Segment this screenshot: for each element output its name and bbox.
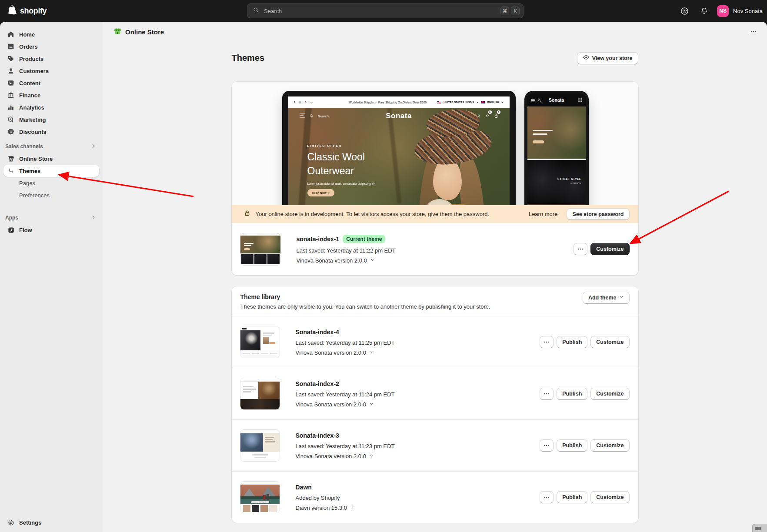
decor <box>244 245 251 246</box>
decor <box>240 253 280 265</box>
caret-down-icon <box>477 102 478 103</box>
sidebar-item-label: Products <box>19 56 43 62</box>
theme-more-button[interactable] <box>540 491 554 503</box>
decor <box>263 332 274 334</box>
sidebar-item-label: Pages <box>19 180 35 186</box>
online-store-channel-icon <box>113 27 122 37</box>
theme-version-selector[interactable]: Vinova Sonata version 2.0.0 <box>296 453 395 459</box>
current-theme-thumbnail <box>240 233 280 265</box>
decor <box>242 328 247 329</box>
shopify-logo[interactable]: shopify <box>7 4 47 17</box>
chevron-down-icon <box>619 295 624 301</box>
sidebar-item-label: Content <box>19 80 40 86</box>
customize-button[interactable]: Customize <box>590 336 629 348</box>
theme-name: Sonata-index-2 <box>296 380 395 387</box>
chevron-down-icon <box>369 401 374 408</box>
decor <box>244 243 253 244</box>
search-input[interactable] <box>263 7 499 15</box>
sidebar-item-themes[interactable]: Themes <box>3 165 99 177</box>
theme-thumbnail <box>240 430 280 461</box>
sidebar-item-home[interactable]: Home <box>3 28 99 40</box>
page-header: Online Store <box>103 22 767 42</box>
sidebar-item-label: Themes <box>19 168 40 174</box>
theme-thumbnail <box>240 378 280 409</box>
dawn-thumb-caption: Browse our latest products <box>251 501 269 503</box>
decor <box>258 382 280 399</box>
spacer <box>7 179 15 187</box>
theme-version-selector[interactable]: Vinova Sonata version 2.0.0 <box>296 349 395 356</box>
sidebar-item-orders[interactable]: Orders <box>3 40 99 53</box>
see-store-password-button[interactable]: See store password <box>567 208 629 220</box>
publish-button[interactable]: Publish <box>557 439 587 452</box>
mobile-store-header: Sonata <box>527 93 586 106</box>
home-icon <box>7 30 15 38</box>
publish-button[interactable]: Publish <box>557 336 587 348</box>
sidebar-item-label: Finance <box>19 92 40 99</box>
sidebar-item-products[interactable]: Products <box>3 53 99 65</box>
street-style-label: STREET STYLE <box>557 177 581 180</box>
page-more-actions-icon[interactable] <box>747 25 760 38</box>
current-theme-version-label: Vinova Sonata version 2.0.0 <box>297 257 367 264</box>
chevron-down-icon <box>369 349 374 356</box>
chevron-down-icon <box>350 505 355 511</box>
sidekick-icon[interactable] <box>678 4 691 17</box>
sidebar-item-content[interactable]: Content <box>3 77 99 89</box>
cart-count: 0 <box>497 110 500 114</box>
gear-icon <box>7 519 15 526</box>
customize-button[interactable]: Customize <box>590 439 629 452</box>
theme-row-sonata-index-2: Sonata-index-2 Last saved: Yesterday at … <box>232 368 638 419</box>
cmd-key: ⌘ <box>500 7 509 15</box>
global-search[interactable]: ⌘ K <box>247 3 524 18</box>
sidebar-item-label: Preferences <box>19 192 50 199</box>
publish-button[interactable]: Publish <box>557 491 587 503</box>
theme-thumbnail <box>240 326 280 358</box>
theme-more-button[interactable] <box>540 439 554 452</box>
theme-more-button[interactable] <box>540 336 554 348</box>
avatar[interactable]: NS <box>717 5 729 17</box>
decor <box>243 391 251 392</box>
theme-more-button[interactable] <box>540 388 554 400</box>
hero-eyebrow: LIMITED OFFER <box>307 144 375 147</box>
user-name[interactable]: Nov Sonata <box>733 8 763 14</box>
sidebar-item-analytics[interactable]: Analytics <box>3 101 99 113</box>
theme-version-selector[interactable]: Vinova Sonata version 2.0.0 <box>296 401 395 408</box>
sidebar-item-settings[interactable]: Settings <box>3 516 99 529</box>
sidebar-section-apps[interactable]: Apps <box>1 213 99 223</box>
sidebar-item-finance[interactable]: Finance <box>3 89 99 101</box>
theme-name: Dawn <box>296 484 355 491</box>
theme-library-subtitle: These themes are only visible to you. Yo… <box>240 303 630 310</box>
decor <box>263 337 269 344</box>
store-hero: Search Sonata 0 0 <box>288 108 510 205</box>
decor <box>244 248 250 250</box>
eye-icon <box>583 54 590 62</box>
shell: Home Orders Products Customers Content F… <box>0 22 767 532</box>
view-your-store-button[interactable]: View your store <box>577 52 638 64</box>
locale-selector: UNITED STATES | USD $ <box>444 101 474 103</box>
add-theme-button[interactable]: Add theme <box>583 292 630 304</box>
notifications-bell-icon[interactable] <box>697 4 710 17</box>
storefront-icon <box>7 155 15 163</box>
customize-button[interactable]: Customize <box>590 491 629 503</box>
sidebar-item-marketing[interactable]: Marketing <box>3 113 99 126</box>
sidebar-item-pages[interactable]: Pages <box>3 177 99 189</box>
chevron-right-icon <box>90 214 97 222</box>
corner-widget <box>752 524 767 532</box>
sidebar-item-flow[interactable]: Flow <box>3 224 99 236</box>
sidebar-item-customers[interactable]: Customers <box>3 65 99 77</box>
customize-button[interactable]: Customize <box>590 388 629 400</box>
chevron-right-icon <box>90 143 97 150</box>
sidebar-section-sales-channels[interactable]: Sales channels <box>1 141 99 152</box>
publish-button[interactable]: Publish <box>557 388 587 400</box>
customize-button[interactable]: Customize <box>590 243 629 255</box>
sidebar-item-discounts[interactable]: Discounts <box>3 126 99 138</box>
shopify-bag-icon <box>7 4 17 17</box>
development-store-banner: Your online store is in development. To … <box>232 205 638 223</box>
current-theme-more-button[interactable] <box>574 243 587 255</box>
sidebar-item-preferences[interactable]: Preferences <box>3 189 99 201</box>
store-brand: Sonata <box>527 97 586 103</box>
theme-version-selector[interactable]: Dawn version 15.3.0 <box>296 505 355 511</box>
learn-more-link[interactable]: Learn more <box>529 211 557 217</box>
lock-icon <box>243 209 251 219</box>
current-theme-version-selector[interactable]: Vinova Sonata version 2.0.0 <box>297 257 396 264</box>
sidebar-item-online-store[interactable]: Online Store <box>3 153 99 165</box>
